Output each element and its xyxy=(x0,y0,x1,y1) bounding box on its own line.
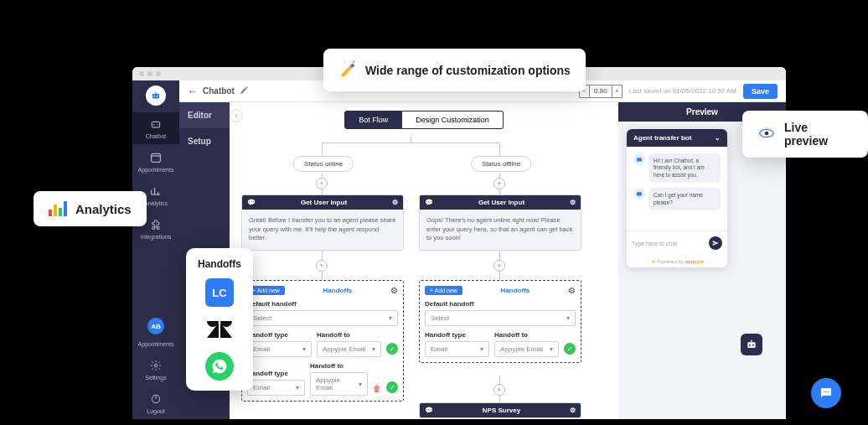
gear-icon[interactable]: ⚙ xyxy=(392,199,398,206)
gear-icon[interactable]: ⚙ xyxy=(570,199,576,206)
chart-icon xyxy=(149,184,163,198)
sidebar-item-chatbot[interactable]: Chatbot xyxy=(132,112,179,144)
svg-rect-7 xyxy=(152,153,161,162)
add-node-button[interactable]: + xyxy=(493,384,505,396)
node-title: Get User Input xyxy=(437,199,566,206)
chat-input[interactable]: Type here to chat xyxy=(632,241,705,246)
tab-setup[interactable]: Setup xyxy=(179,128,230,154)
add-node-button[interactable]: + xyxy=(493,260,505,272)
last-saved-text: Last saved on 01/05/2022 10:57 AM xyxy=(629,87,736,95)
chat-icon: 💬 xyxy=(425,407,433,414)
wand-icon xyxy=(338,59,357,81)
calendar-icon xyxy=(149,151,163,164)
sidebar-item-settings[interactable]: Settings xyxy=(132,354,179,386)
status-offline-chip[interactable]: Status offline xyxy=(471,156,531,172)
node-handoffs[interactable]: + Add new Handoffs ⚙ Default handoff Sel… xyxy=(241,280,404,402)
svg-point-17 xyxy=(353,60,355,63)
check-icon: ✓ xyxy=(386,343,398,355)
sidebar-item-logout[interactable]: Logout xyxy=(132,387,179,419)
handoff-to-select[interactable]: Appypie Email▾ xyxy=(494,341,559,357)
sidebar-item-appointments-2[interactable]: Appointments xyxy=(132,336,179,352)
chevron-down-icon: ▾ xyxy=(372,345,375,353)
node-nps-survey[interactable]: 💬 NPS Survey ⚙ xyxy=(419,402,581,418)
chevron-down-icon[interactable]: ⌄ xyxy=(715,134,721,142)
svg-point-21 xyxy=(824,391,825,393)
bot-avatar-icon xyxy=(633,153,645,165)
traffic-dot xyxy=(139,71,144,76)
zoom-in-button[interactable]: + xyxy=(612,86,622,97)
add-node-button[interactable]: + xyxy=(316,260,328,272)
chevron-down-icon: ▾ xyxy=(296,384,299,391)
bot-avatar-icon xyxy=(633,188,645,200)
gear-icon[interactable]: ⚙ xyxy=(568,286,576,295)
add-new-button[interactable]: + Add new xyxy=(425,286,462,295)
robot-icon xyxy=(149,117,163,131)
default-handoff-select[interactable]: Select▾ xyxy=(247,310,398,326)
sidebar-label: Chatbot xyxy=(146,133,167,139)
gear-icon[interactable]: ⚙ xyxy=(570,407,576,414)
gear-icon xyxy=(149,359,163,372)
status-online-chip[interactable]: Status online xyxy=(293,156,354,172)
field-label: Handoff type xyxy=(247,370,305,377)
chevron-down-icon: ▾ xyxy=(302,345,306,353)
save-button[interactable]: Save xyxy=(743,84,778,99)
send-button[interactable] xyxy=(709,236,722,250)
analytics-callout: Analytics xyxy=(34,191,147,226)
powered-by: ⚡ Powered by appypie xyxy=(627,255,727,267)
node-title: NPS Survey xyxy=(437,407,566,414)
tab-editor[interactable]: Editor xyxy=(179,102,230,128)
gear-icon[interactable]: ⚙ xyxy=(390,286,398,295)
handoff-to-select[interactable]: Appypie Email▾ xyxy=(310,372,368,396)
sidebar-label: Appointments xyxy=(138,167,174,173)
chat-input-row: Type here to chat xyxy=(627,231,727,255)
whatsapp-icon xyxy=(205,352,234,381)
field-label: Handoff to xyxy=(494,331,559,339)
svg-point-22 xyxy=(825,391,827,393)
view-tabs: Bot Flow Design Customization xyxy=(230,111,618,129)
chat-preview: Agent transfer bot ⌄ Hi! I am Chatbot, a… xyxy=(627,129,727,267)
check-icon: ✓ xyxy=(386,381,398,393)
svg-rect-16 xyxy=(751,340,752,343)
chat-icon: 💬 xyxy=(247,199,256,206)
zendesk-icon xyxy=(205,315,234,344)
default-handoff-select[interactable]: Select▾ xyxy=(425,310,576,326)
back-arrow-icon[interactable]: ← xyxy=(188,86,198,97)
chat-bubble-icon xyxy=(819,386,834,401)
handoffs-callout: Handoffs LC xyxy=(186,248,253,391)
chevron-down-icon: ▾ xyxy=(550,345,553,353)
bot-launcher-icon[interactable] xyxy=(741,334,762,355)
field-label: Default handoff xyxy=(247,300,398,308)
trash-icon[interactable]: 🗑 xyxy=(373,384,381,393)
flow-canvas[interactable]: Bot Flow Design Customization Status onl… xyxy=(230,102,618,419)
add-node-button[interactable]: + xyxy=(316,178,328,189)
edit-icon[interactable] xyxy=(240,86,249,96)
svg-rect-0 xyxy=(152,94,159,99)
node-handoffs[interactable]: + Add new Handoffs ⚙ Default handoff Sel… xyxy=(419,280,581,363)
node-get-user-input[interactable]: 💬 Get User Input ⚙ Great! Before I trans… xyxy=(241,194,404,251)
node-body-text: Great! Before I transfer you to an agent… xyxy=(242,210,403,250)
svg-rect-12 xyxy=(637,193,642,196)
traffic-dot xyxy=(147,71,152,76)
tab-bot-flow[interactable]: Bot Flow xyxy=(344,111,402,129)
chevron-down-icon: ▾ xyxy=(566,314,570,322)
check-icon: ✓ xyxy=(564,343,576,355)
zoom-value: 0.80 xyxy=(590,87,612,95)
svg-point-23 xyxy=(828,391,829,393)
handoff-to-select[interactable]: Appypie Email▾ xyxy=(317,341,381,357)
svg-point-18 xyxy=(344,61,345,63)
panel-collapse-toggle[interactable]: ‹ xyxy=(230,109,243,122)
node-get-user-input[interactable]: 💬 Get User Input ⚙ Oops! There's no agen… xyxy=(419,194,581,251)
tab-design-customization[interactable]: Design Customization xyxy=(402,111,504,129)
user-avatar-badge[interactable]: AB xyxy=(147,318,164,334)
chat-fab[interactable] xyxy=(811,378,841,408)
handoff-type-select[interactable]: Email▾ xyxy=(247,341,312,357)
svg-point-20 xyxy=(765,131,769,135)
handoff-type-select[interactable]: Email▾ xyxy=(425,341,489,357)
chat-title: Agent transfer bot xyxy=(633,134,691,142)
sidebar-item-appointments[interactable]: Appointments xyxy=(132,146,179,178)
app-logo[interactable] xyxy=(146,86,166,106)
add-node-button[interactable]: + xyxy=(493,178,505,189)
node-body-text: Oops! There's no agent online right now!… xyxy=(420,210,581,250)
handoff-type-select[interactable]: Email▾ xyxy=(247,380,305,396)
field-label: Handoff type xyxy=(425,331,489,339)
